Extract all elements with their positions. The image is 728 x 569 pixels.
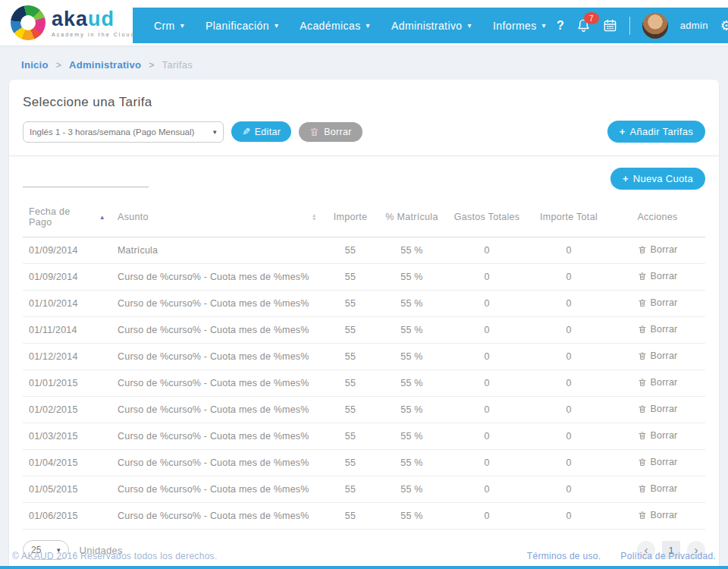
cell-asunto: Curso de %curso% - Cuota mes de %mes%: [111, 317, 323, 344]
table-row: 01/06/2015 Curso de %curso% - Cuota mes …: [23, 503, 705, 530]
terms-link[interactable]: Términos de uso.: [527, 551, 601, 561]
cell-matricula: 55 %: [378, 317, 446, 344]
breadcrumb-home[interactable]: Inicio: [21, 59, 49, 71]
copyright-text: © AKAUD 2016 Reservados todos los derech…: [12, 551, 218, 561]
cell-importe-total: 0: [528, 317, 610, 344]
new-cuota-button[interactable]: + Nueva Cuota: [610, 168, 705, 190]
cell-importe: 55: [323, 450, 378, 476]
row-delete-button[interactable]: Borrar: [638, 324, 678, 335]
pencil-icon: ✎: [242, 126, 250, 137]
header-importe-total[interactable]: Importe Total: [528, 202, 610, 237]
calendar-button[interactable]: [603, 18, 617, 33]
cell-gastos: 0: [446, 317, 528, 344]
row-delete-button[interactable]: Borrar: [638, 377, 678, 388]
cell-importe-total: 0: [528, 370, 610, 397]
header-matricula[interactable]: % Matrícula: [378, 202, 446, 237]
nav-item-informes[interactable]: Informes▾: [482, 20, 557, 32]
cell-importe-total: 0: [528, 476, 610, 503]
delete-tarifa-button[interactable]: Borrar: [299, 122, 362, 142]
privacy-link[interactable]: Política de Privacidad.: [620, 551, 716, 561]
cell-fecha: 01/05/2015: [23, 476, 111, 503]
cell-acciones: Borrar: [610, 264, 705, 291]
settings-gear-icon[interactable]: ⚙⚙: [720, 19, 728, 33]
row-delete-button[interactable]: Borrar: [638, 244, 678, 255]
cell-gastos: 0: [446, 264, 528, 291]
trash-icon: [638, 245, 647, 254]
divider: [629, 17, 630, 35]
username-label[interactable]: admin: [680, 20, 708, 31]
header-gastos-totales[interactable]: Gastos Totales: [446, 202, 528, 237]
trash-icon: [309, 127, 319, 137]
cell-gastos: 0: [446, 237, 528, 264]
row-delete-button[interactable]: Borrar: [638, 457, 678, 467]
sort-icon: ▲▼: [312, 213, 317, 221]
cell-gastos: 0: [446, 423, 528, 450]
table-row: 01/01/2015 Curso de %curso% - Cuota mes …: [23, 370, 705, 397]
chevron-down-icon: ▾: [275, 21, 278, 30]
cell-importe-total: 0: [528, 344, 610, 370]
tarifa-select[interactable]: Inglés 1 - 3 horas/semana (Pago Mensual): [30, 127, 210, 137]
cell-fecha: 01/01/2015: [23, 370, 111, 397]
table-row: 01/10/2014 Curso de %curso% - Cuota mes …: [23, 291, 705, 317]
row-delete-button[interactable]: Borrar: [638, 404, 678, 414]
table-row: 01/02/2015 Curso de %curso% - Cuota mes …: [23, 397, 705, 423]
header-fecha-de-pago[interactable]: Fecha de Pago▲: [23, 202, 111, 237]
notifications-button[interactable]: 7: [576, 18, 591, 33]
trash-icon: [638, 404, 647, 413]
cell-acciones: Borrar: [610, 503, 705, 530]
cell-asunto: Curso de %curso% - Cuota mes de %mes%: [111, 370, 323, 397]
notification-badge: 7: [584, 12, 599, 24]
cell-acciones: Borrar: [610, 450, 705, 476]
row-delete-button[interactable]: Borrar: [638, 483, 678, 494]
breadcrumb: Inicio > Administrativo > Tarifas: [21, 59, 716, 71]
breadcrumb-administrativo[interactable]: Administrativo: [69, 59, 141, 71]
cell-gastos: 0: [446, 291, 528, 317]
table-row: 01/11/2014 Curso de %curso% - Cuota mes …: [23, 317, 705, 344]
cell-importe: 55: [323, 317, 378, 344]
row-delete-button[interactable]: Borrar: [638, 351, 678, 361]
cell-asunto: Curso de %curso% - Cuota mes de %mes%: [111, 450, 323, 476]
cell-importe-total: 0: [528, 397, 610, 423]
trash-icon: [638, 457, 647, 467]
search-input[interactable]: [23, 172, 159, 185]
table-header-row: Fecha de Pago▲ Asunto▲▼ Importe % Matríc…: [23, 202, 705, 237]
tarifas-panel: Seleccione una Tarifa Inglés 1 - 3 horas…: [9, 80, 719, 569]
cell-asunto: Curso de %curso% - Cuota mes de %mes%: [111, 264, 323, 291]
panel-title: Seleccione una Tarifa: [23, 95, 705, 110]
nav-item-administrativo[interactable]: Administrativo▾: [381, 20, 482, 32]
row-delete-button[interactable]: Borrar: [638, 510, 678, 520]
cell-matricula: 55 %: [378, 450, 446, 476]
nav-item-crm[interactable]: Crm▾: [143, 20, 195, 32]
cell-matricula: 55 %: [378, 370, 446, 397]
header-asunto[interactable]: Asunto▲▼: [111, 202, 323, 237]
header-acciones: Acciones: [610, 202, 705, 237]
nav-item-academicas[interactable]: Académicas▾: [289, 20, 381, 32]
row-delete-button[interactable]: Borrar: [638, 297, 678, 308]
cell-matricula: 55 %: [378, 264, 446, 291]
cell-importe: 55: [323, 503, 378, 530]
cell-matricula: 55 %: [378, 291, 446, 317]
cell-fecha: 01/03/2015: [23, 423, 111, 450]
table-row: 01/05/2015 Curso de %curso% - Cuota mes …: [23, 476, 705, 503]
row-delete-button[interactable]: Borrar: [638, 430, 678, 441]
help-icon[interactable]: ?: [557, 19, 564, 33]
brand-logo[interactable]: akaud Academy in the Cloud: [11, 5, 135, 40]
cell-gastos: 0: [446, 344, 528, 370]
page-footer: © AKAUD 2016 Reservados todos los derech…: [0, 551, 728, 569]
trash-icon: [638, 351, 647, 360]
trash-icon: [638, 431, 647, 440]
plus-icon: +: [620, 126, 626, 137]
chevron-down-icon: ▾: [213, 128, 217, 136]
cell-importe-total: 0: [528, 423, 610, 450]
trash-icon: [638, 298, 647, 307]
cell-acciones: Borrar: [610, 317, 705, 344]
cell-asunto: Curso de %curso% - Cuota mes de %mes%: [111, 503, 323, 530]
add-tarifas-button[interactable]: + Añadir Tarifas: [607, 121, 705, 143]
logo-ring-icon: [11, 5, 46, 40]
row-delete-button[interactable]: Borrar: [638, 271, 678, 281]
user-avatar[interactable]: [642, 13, 668, 39]
edit-tarifa-button[interactable]: ✎ Editar: [231, 121, 292, 142]
cell-asunto: Curso de %curso% - Cuota mes de %mes%: [111, 476, 323, 503]
nav-item-planificacion[interactable]: Planificación▾: [195, 20, 289, 32]
header-importe[interactable]: Importe: [323, 202, 378, 237]
